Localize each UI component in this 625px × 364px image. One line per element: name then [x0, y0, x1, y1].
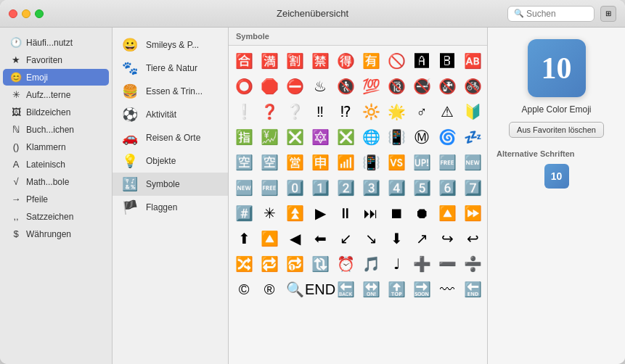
sidebar-item-waehrungen[interactable]: $ Währungen [3, 226, 109, 242]
emoji-cell[interactable]: ▶ [308, 201, 332, 226]
emoji-cell[interactable]: ♂ [409, 99, 434, 124]
emoji-cell[interactable]: ⬇ [384, 226, 409, 251]
emoji-cell[interactable]: 🅱 [435, 49, 459, 73]
emoji-cell[interactable]: ⁉ [333, 99, 358, 124]
emoji-cell[interactable]: ⏹ [384, 201, 409, 226]
emoji-cell[interactable]: 🔝 [384, 277, 409, 302]
sidebar-item-lateinisch[interactable]: A Lateinisch [3, 156, 109, 173]
sidebar-item-pfeile[interactable]: → Pfeile [3, 191, 109, 207]
emoji-cell[interactable]: 🌐 [359, 125, 383, 149]
emoji-grid-container[interactable]: 🈴🈵🈹🈲🉐🈶🚫🅰🅱🆎🆑🅾🆘❌⭕🛑⛔♨🚷💯🔞🚭🚱🚳🚯ℹ🔞⛎❕❓❔‼⁉🔆🌟♂⚠🔰🔱⚜… [229, 46, 487, 364]
emoji-cell[interactable]: 🔆 [359, 99, 383, 124]
emoji-cell[interactable]: 3️⃣ [359, 175, 383, 200]
emoji-cell[interactable]: 🈳 [257, 150, 282, 175]
emoji-cell[interactable]: ⏸ [333, 201, 358, 226]
remove-from-favorites-button[interactable]: Aus Favoriten löschen [509, 122, 604, 138]
emoji-cell[interactable]: ⭕ [232, 74, 256, 99]
emoji-cell[interactable]: 🈹 [282, 49, 307, 73]
search-input[interactable] [526, 9, 592, 19]
emoji-cell[interactable]: 🔙 [333, 277, 358, 302]
emoji-cell[interactable]: 🈴 [232, 49, 256, 73]
sidebar-item-favoriten[interactable]: ★ Favoriten [3, 51, 109, 68]
emoji-cell[interactable]: END [308, 277, 332, 302]
sidebar-item-satzzeichen[interactable]: ,, Satzzeichen [3, 208, 109, 225]
emoji-cell[interactable]: ⏩ [460, 201, 485, 226]
emoji-cell[interactable]: 🚳 [460, 74, 485, 99]
emoji-cell[interactable]: ⏭ [359, 201, 383, 226]
emoji-cell[interactable]: 🆕 [232, 175, 256, 200]
emoji-cell[interactable]: ➕ [409, 252, 434, 276]
emoji-cell[interactable]: 🈯 [232, 125, 256, 149]
emoji-cell[interactable]: ‼ [308, 99, 332, 124]
emoji-cell[interactable]: 🚭 [409, 74, 434, 99]
emoji-cell[interactable]: 🆙 [409, 150, 434, 175]
emoji-cell[interactable]: 7️⃣ [460, 175, 485, 200]
emoji-cell[interactable]: 🈵 [257, 49, 282, 73]
emoji-cell[interactable]: 💹 [257, 125, 282, 149]
sidebar-item-mathbole[interactable]: √ Math...bole [3, 173, 109, 190]
sidebar-item-buchichen[interactable]: ℕ Buch...ichen [3, 121, 109, 138]
emoji-cell[interactable]: 〰 [435, 277, 459, 302]
emoji-cell[interactable]: 🔍 [282, 277, 307, 302]
emoji-cell[interactable]: 0️⃣ [282, 175, 307, 200]
emoji-cell[interactable]: 🔼 [435, 201, 459, 226]
emoji-cell[interactable]: ❎ [282, 125, 307, 149]
emoji-cell[interactable]: ® [257, 277, 282, 302]
emoji-cell[interactable]: ↩ [460, 226, 485, 251]
emoji-cell[interactable]: 📳 [384, 125, 409, 149]
grid-view-button[interactable]: ⊞ [600, 6, 616, 22]
emoji-cell[interactable]: Ⓜ [409, 125, 434, 149]
emoji-cell[interactable]: 📶 [333, 150, 358, 175]
emoji-cell[interactable]: 🔁 [257, 252, 282, 276]
emoji-cell[interactable]: 🈶 [359, 49, 383, 73]
emoji-cell[interactable]: 🆎 [460, 49, 485, 73]
emoji-cell[interactable]: ⬅ [308, 226, 332, 251]
emoji-cell[interactable]: 📳 [359, 150, 383, 175]
emoji-cell[interactable]: ⬆ [232, 226, 256, 251]
emoji-cell[interactable]: 🈲 [308, 49, 332, 73]
emoji-cell[interactable]: 🔂 [282, 252, 307, 276]
close-button[interactable] [9, 9, 17, 18]
emoji-cell[interactable]: 🔞 [384, 74, 409, 99]
emoji-cell[interactable]: 🔯 [308, 125, 332, 149]
emoji-cell[interactable]: 🔰 [460, 99, 485, 124]
emoji-cell[interactable]: 🆚 [384, 150, 409, 175]
emoji-cell[interactable]: ➖ [435, 252, 459, 276]
category-essen[interactable]: 🍔 Essen & Trin... [113, 80, 228, 103]
maximize-button[interactable] [35, 9, 44, 18]
emoji-cell[interactable]: 🛑 [257, 74, 282, 99]
emoji-cell[interactable]: ↘ [359, 226, 383, 251]
emoji-cell[interactable]: ⏰ [333, 252, 358, 276]
emoji-cell[interactable]: 5️⃣ [409, 175, 434, 200]
emoji-cell[interactable]: ✳ [257, 201, 282, 226]
emoji-cell[interactable]: 🚷 [333, 74, 358, 99]
emoji-cell[interactable]: 🔛 [359, 277, 383, 302]
emoji-cell[interactable]: ⏫ [282, 201, 307, 226]
emoji-cell[interactable]: 💤 [460, 125, 485, 149]
emoji-cell[interactable]: 1️⃣ [308, 175, 332, 200]
emoji-cell[interactable]: 🆓 [435, 150, 459, 175]
category-reisen[interactable]: 🚗 Reisen & Orte [113, 126, 228, 149]
category-aktivitaet[interactable]: ⚽ Aktivität [113, 103, 228, 126]
emoji-cell[interactable]: 4️⃣ [384, 175, 409, 200]
emoji-cell[interactable]: 🌀 [435, 125, 459, 149]
sidebar-item-emoji[interactable]: 😊 Emoji [3, 69, 109, 86]
emoji-cell[interactable]: 🆓 [257, 175, 282, 200]
emoji-cell[interactable]: 💯 [359, 74, 383, 99]
emoji-cell[interactable]: ❓ [257, 99, 282, 124]
emoji-cell[interactable]: 🔚 [460, 277, 485, 302]
emoji-cell[interactable]: 🔃 [308, 252, 332, 276]
emoji-cell[interactable]: ↪ [435, 226, 459, 251]
emoji-cell[interactable]: 🈺 [282, 150, 307, 175]
emoji-cell[interactable]: 🔼 [257, 226, 282, 251]
emoji-cell[interactable]: ◀ [282, 226, 307, 251]
emoji-cell[interactable]: ↙ [333, 226, 358, 251]
emoji-cell[interactable]: ♨ [308, 74, 332, 99]
sidebar-item-haeufig[interactable]: 🕐 Häufi...nutzt [3, 34, 109, 51]
emoji-cell[interactable]: © [232, 277, 256, 302]
emoji-cell[interactable]: 🌟 [384, 99, 409, 124]
category-symbole[interactable]: 🔣 Symbole [113, 173, 228, 196]
search-box[interactable]: 🔍 [507, 6, 595, 22]
emoji-cell[interactable]: 🔜 [409, 277, 434, 302]
emoji-cell[interactable]: 🈳 [232, 150, 256, 175]
